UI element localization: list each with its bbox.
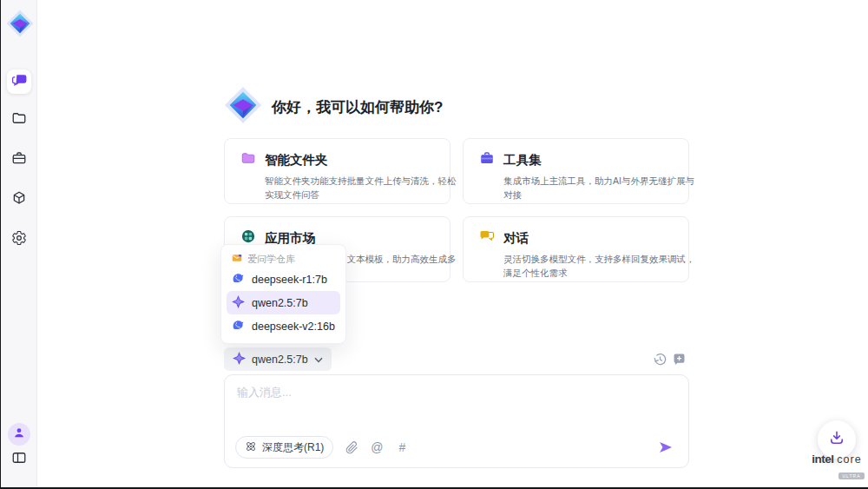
chat-icon [11,72,28,92]
page-title: 你好，我可以如何帮助你? [272,97,443,117]
attach-file-icon[interactable] [345,440,358,454]
sidebar-item-folders[interactable] [7,108,31,132]
message-input[interactable] [237,386,654,399]
card-title: 工具集 [503,152,542,169]
model-dropdown: 爱问学仓库 deepseek-r1:7b [220,244,346,344]
history-icon[interactable] [653,352,667,367]
new-chat-icon[interactable] [672,352,687,367]
deep-think-toggle[interactable]: 深度思考(R1) [235,436,333,459]
sidebar-item-chat[interactable] [7,69,31,94]
gear-icon [11,230,27,249]
message-composer: 深度思考(R1) @ # [224,374,689,468]
model-selector-button[interactable]: qwen2.5:7b [224,347,332,371]
card-dialogue[interactable]: 对话 灵活切换多模型文件，支持多样回复效果调试，满足个性化需求 [463,216,689,282]
sidebar-item-toolbox[interactable] [7,148,31,172]
qwen-icon [233,352,246,367]
model-option-deepseek-v2[interactable]: deepseek-v2:16b [227,314,340,338]
greeting-logo-icon [223,85,263,125]
sidebar-item-settings[interactable] [7,228,31,252]
prompt-tag-icon[interactable]: # [395,440,409,454]
model-option-deepseek-r1[interactable]: deepseek-r1:7b [227,268,340,291]
model-option-label: deepseek-r1:7b [252,274,327,286]
dialogue-icon [479,228,495,248]
smart-folder-icon [240,150,256,169]
qwen-icon [232,295,245,311]
folder-icon [11,110,27,129]
card-smart-folders[interactable]: 智能文件夹 智能文件夹功能支持批量文件上传与清洗，轻松实现文件问答 [224,138,450,204]
user-avatar[interactable] [8,423,30,446]
briefcase-icon [11,150,27,169]
dropdown-header-label: 爱问学仓库 [247,253,295,266]
send-icon[interactable] [657,439,674,455]
app-window: 你好，我可以如何帮助你? 智能文件夹 智能文件夹功能支持批量文件上传与清洗，轻松… [0,0,868,489]
intel-ultra-badge: ULTRA [838,472,864,479]
dropdown-header: 爱问学仓库 [227,250,340,268]
sidebar-item-models[interactable] [7,188,31,212]
model-option-qwen[interactable]: qwen2.5:7b [227,291,340,314]
sidebar [1,0,37,487]
card-description: 灵活切换多模型文件，支持多样回复效果调试，满足个性化需求 [503,253,695,281]
deepseek-icon [232,272,245,287]
panel-collapse-icon [11,450,27,469]
person-icon [12,426,26,443]
atom-icon [245,440,257,455]
cube-icon [11,190,27,209]
intel-product-label: core [837,453,861,466]
card-description: 集成市场上主流工具，助力AI与外界无缝扩展与对接 [503,175,695,202]
deep-think-label: 深度思考(R1) [262,440,324,455]
model-option-label: qwen2.5:7b [252,297,308,309]
intel-brand-label: intel [812,453,833,466]
selected-model-label: qwen2.5:7b [252,354,308,366]
mention-icon[interactable]: @ [370,440,384,454]
deepseek-icon [232,319,245,334]
app-logo-icon [5,9,35,38]
card-title: 智能文件夹 [265,152,328,169]
composer-toolbar: 深度思考(R1) @ # [235,436,409,459]
toolbox-icon [479,150,495,169]
chevron-down-icon [314,354,323,366]
download-icon [828,429,845,450]
card-title: 对话 [503,230,529,247]
repository-icon [232,253,242,265]
card-description: 智能文件夹功能支持批量文件上传与清洗，轻松实现文件问答 [265,175,457,202]
sidebar-collapse-button[interactable] [7,447,31,472]
model-option-label: deepseek-v2:16b [252,320,335,333]
card-toolset[interactable]: 工具集 集成市场上主流工具，助力AI与外界无缝扩展与对接 [463,138,689,204]
intel-core-badge: intel core ULTRA [806,453,867,481]
